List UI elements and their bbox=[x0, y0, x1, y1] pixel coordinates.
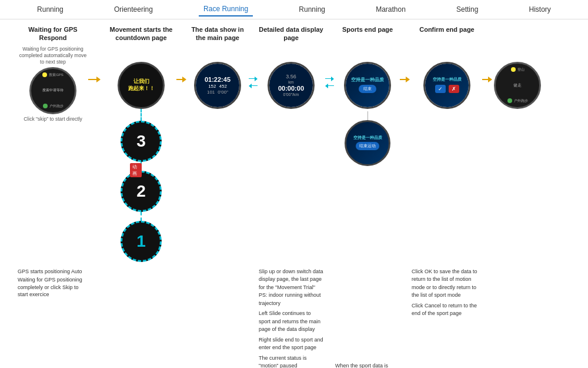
watch-time: 01:22:45 bbox=[205, 76, 230, 83]
watch-detailed: 3.56 km 00:00:00 0'00"/km bbox=[268, 62, 315, 109]
nav-marathon[interactable]: Marathon bbox=[371, 3, 410, 16]
watch-sports-end: 空持是一种品质 结束 bbox=[344, 62, 391, 109]
watch-sports-end-2: 空持是一种品质 结束运动 bbox=[345, 120, 390, 166]
stage-confirm-title: Confirm end page bbox=[419, 25, 475, 34]
top-navigation: Running Orienteering Race Running Runnin… bbox=[0, 0, 588, 19]
stage-sports-end-title: Sports end page bbox=[342, 25, 393, 34]
confirm-end-notes: Click OK to save the data to return to t… bbox=[412, 268, 482, 318]
gps-above-note: Waiting for GPS positioning completed au… bbox=[18, 46, 88, 65]
nav-running[interactable]: Running bbox=[32, 3, 68, 16]
watch-main-page: 01:22:45 152 452 101 0'00" bbox=[194, 62, 241, 109]
countdown-1: 1 bbox=[121, 221, 162, 262]
animation-badge: 动画 bbox=[130, 163, 142, 177]
gps-notes: GPS starts positioning Auto Waiting for … bbox=[18, 268, 88, 299]
stage-main-title: The data show in the main page bbox=[188, 25, 247, 42]
watch-gps: 搜索GPS 搜索中请等待 户外跑步 bbox=[29, 67, 76, 114]
countdown-3: 3 bbox=[121, 121, 162, 162]
nav-running2[interactable]: Running bbox=[294, 3, 330, 16]
watch-movement: 让我们跑起来！！ bbox=[118, 62, 165, 109]
nav-race-running[interactable]: Race Running bbox=[199, 2, 253, 16]
stage-detailed-title: Detailed data display page bbox=[259, 25, 323, 42]
watch-confirm-end: 空持是一种品质 ✓ ✗ bbox=[423, 62, 470, 109]
gps-click-note: Click "skip" to start directly bbox=[24, 116, 82, 122]
main-content: Waiting for GPS Respond Movement starts … bbox=[0, 19, 588, 368]
nav-orienteering[interactable]: Orienteering bbox=[109, 3, 158, 16]
detailed-notes: Slip up or down switch data display page… bbox=[259, 268, 323, 368]
watch-history: 登山 健走 户外跑步 bbox=[494, 62, 541, 109]
stage-gps-title: Waiting for GPS Respond bbox=[18, 25, 88, 42]
nav-setting[interactable]: Setting bbox=[452, 3, 483, 16]
stage-movement-title: Movement starts the countdown page bbox=[106, 25, 176, 42]
nav-history[interactable]: History bbox=[524, 3, 555, 16]
sports-end-notes: When the sport data is sufficient, it wi… bbox=[335, 362, 400, 368]
